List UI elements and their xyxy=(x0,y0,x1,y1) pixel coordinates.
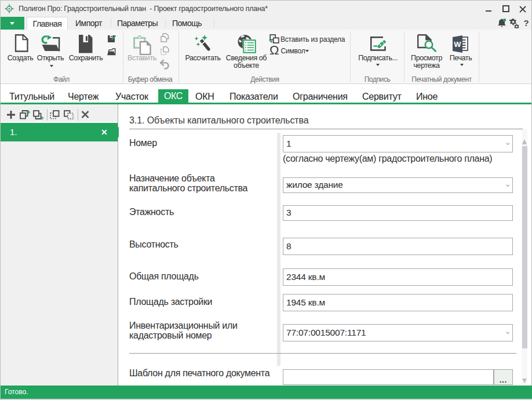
svg-text:W: W xyxy=(454,40,461,49)
